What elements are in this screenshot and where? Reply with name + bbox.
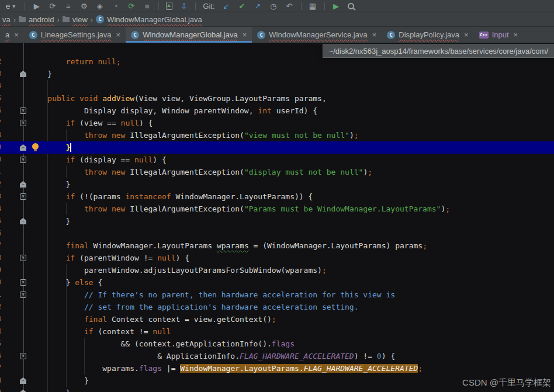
coverage-icon[interactable]: ◈ (95, 1, 104, 12)
line-number[interactable]: 5 (0, 92, 5, 105)
line-number[interactable]: 2 (0, 55, 5, 68)
line-number[interactable]: 4 (0, 325, 5, 338)
run-icon[interactable]: ▶ (32, 1, 41, 12)
fold-end-icon[interactable]: − (20, 181, 26, 188)
fold-end-icon[interactable]: − (20, 218, 26, 224)
code-line[interactable]: 1 throw new IllegalArgumentException("di… (0, 166, 554, 178)
breadcrumb-item-windowmanagerglobal-java[interactable]: CWindowManagerGlobal.java (96, 15, 202, 24)
line-number[interactable]: 3 (0, 190, 5, 203)
close-icon[interactable]: × (514, 30, 518, 39)
code-line[interactable]: 7 final WindowManager.LayoutParams wpara… (0, 240, 554, 252)
code-line[interactable]: 3 final Context context = view.getContex… (0, 313, 554, 325)
line-number[interactable]: 2 (0, 301, 5, 313)
code-line[interactable]: 4 throw new IllegalArgumentException("Pa… (0, 203, 554, 215)
tab-windowmanagerservice-java[interactable]: CWindowManagerService.java× (252, 27, 382, 43)
close-icon[interactable]: × (116, 30, 121, 39)
line-number[interactable]: 0 (0, 276, 5, 289)
close-icon[interactable]: × (14, 30, 19, 39)
code-line[interactable]: 9 parentWindow.adjustLayoutParamsForSubW… (0, 264, 554, 276)
line-number[interactable]: 9 (0, 264, 5, 276)
code-line[interactable]: 3∨ if (!(params instanceof WindowManager… (0, 190, 554, 203)
code-line[interactable]: 0∨ if (display == null) { (0, 154, 554, 166)
line-number[interactable]: 4 (0, 203, 5, 215)
line-number[interactable]: 6 (0, 350, 5, 362)
close-icon[interactable]: × (464, 30, 469, 39)
code-line[interactable]: 9− } (0, 141, 554, 154)
line-number[interactable]: 3 (0, 313, 5, 325)
stop-icon[interactable]: ■ (143, 1, 151, 12)
fold-expanded-icon[interactable]: ∨ (20, 255, 26, 261)
line-number[interactable]: 9 (0, 387, 5, 392)
fold-expanded-icon[interactable]: ∨ (20, 157, 26, 163)
debug-icon[interactable]: ⚙ (79, 1, 88, 12)
code-line[interactable]: 3− } (0, 68, 554, 80)
run-window-icon[interactable]: ▶ (332, 1, 341, 12)
code-line[interactable]: 2− } (0, 178, 554, 190)
fold-expanded-icon[interactable]: ∨ (20, 353, 26, 359)
fold-end-icon[interactable]: − (20, 390, 26, 392)
line-number[interactable]: 8 (0, 129, 5, 141)
rerun-icon[interactable]: ⟳ (48, 1, 57, 12)
fold-expanded-icon[interactable]: ∨ (20, 120, 26, 126)
line-number[interactable]: 7 (0, 117, 5, 129)
line-number[interactable]: 8 (0, 252, 5, 264)
code-line[interactable]: 6 (0, 227, 554, 240)
rollback-icon[interactable]: ↶ (285, 1, 294, 12)
code-line[interactable]: 4 if (context != null (0, 325, 554, 338)
code-line[interactable]: 5− } (0, 215, 554, 227)
line-number[interactable]: 9 (0, 141, 5, 154)
fold-end-icon[interactable]: − (20, 71, 26, 77)
line-number[interactable]: 6 (0, 227, 5, 240)
code-line[interactable]: 7 wparams.flags |= WindowManager.LayoutP… (0, 362, 554, 374)
code-line[interactable]: 5 && (context.getApplicationInfo().flags (0, 338, 554, 350)
git-update-icon[interactable]: ↙ (222, 1, 231, 12)
line-number[interactable]: 4 (0, 80, 5, 92)
profiler-icon[interactable]: ◔ (111, 1, 120, 12)
git-push-icon[interactable]: ↗ (254, 1, 262, 12)
tab-displaypolicy-java[interactable]: CDisplayPolicy.java× (382, 27, 473, 43)
code-line[interactable]: 8 throw new IllegalArgumentException("vi… (0, 129, 554, 141)
code-line[interactable]: 4 (0, 80, 554, 92)
running-devices-icon[interactable] (166, 2, 172, 10)
fold-end-icon[interactable]: − (20, 377, 26, 384)
line-number[interactable]: 7 (0, 240, 5, 252)
history-icon[interactable]: ◷ (269, 1, 278, 12)
tab-windowmanagerglobal-java[interactable]: CWindowManagerGlobal.java× (126, 27, 252, 43)
code-line[interactable]: 1∨ // If there's no parent, then hardwar… (0, 289, 554, 301)
code-line[interactable]: 2 // set from the application's hardware… (0, 301, 554, 313)
tab-a[interactable]: a× (0, 27, 24, 43)
line-number[interactable]: 7 (0, 362, 5, 374)
line-number[interactable]: 8 (0, 374, 5, 387)
apply-changes-icon[interactable]: ⟳ (127, 1, 136, 12)
breadcrumb-item-va[interactable]: va (2, 15, 11, 24)
project-structure-icon[interactable]: ▦ (309, 1, 317, 12)
line-number[interactable]: 1 (0, 289, 5, 301)
line-number[interactable]: 2 (0, 178, 5, 190)
intention-bulb-icon[interactable] (32, 143, 39, 150)
git-commit-icon[interactable]: ✔ (238, 1, 247, 12)
line-number[interactable]: 5 (0, 338, 5, 350)
fold-end-icon[interactable]: − (20, 144, 26, 151)
tab-lineagesettings-java[interactable]: CLineageSettings.java× (24, 27, 126, 43)
line-number[interactable]: 3 (0, 68, 5, 80)
device-manager-icon[interactable]: ⇩ (179, 1, 188, 12)
line-number[interactable]: 6 (0, 105, 5, 117)
code-line[interactable]: 6∨ Display display, Window parentWindow,… (0, 105, 554, 117)
close-icon[interactable]: × (243, 30, 247, 39)
code-line[interactable]: 0∨ } else { (0, 276, 554, 289)
line-number[interactable]: 5 (0, 215, 5, 227)
code-editor[interactable]: 2 return null;3− }45 public void addView… (0, 43, 554, 392)
line-number[interactable]: 0 (0, 154, 5, 166)
code-line[interactable]: 6∨ & ApplicationInfo.FLAG_HARDWARE_ACCEL… (0, 350, 554, 362)
code-line[interactable]: 5 public void addView(View view, ViewGro… (0, 92, 554, 105)
fold-expanded-icon[interactable]: ∨ (20, 193, 26, 200)
code-line[interactable]: 7∨ if (view == null) { (0, 117, 554, 129)
tab-input[interactable]: C++Input× (474, 27, 524, 43)
run-list-icon[interactable]: ≡ (64, 1, 72, 12)
breadcrumb-item-android[interactable]: android (19, 15, 54, 24)
line-number[interactable]: 1 (0, 166, 5, 178)
breadcrumb-item-view[interactable]: view (63, 15, 88, 24)
fold-expanded-icon[interactable]: ∨ (20, 279, 26, 286)
fold-expanded-icon[interactable]: ∨ (20, 292, 26, 298)
code-line[interactable]: 8∨ if (parentWindow != null) { (0, 252, 554, 264)
